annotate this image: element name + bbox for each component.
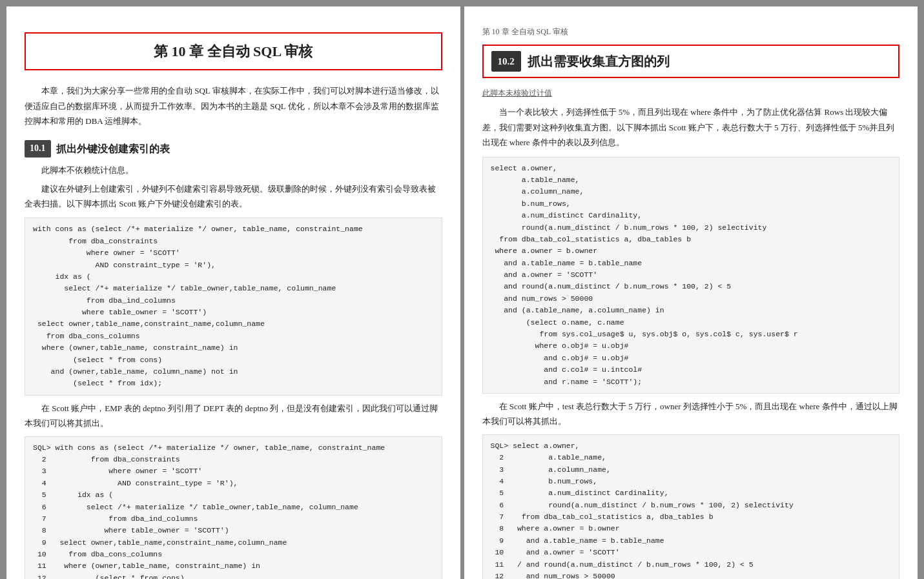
intro2: 当一个表比较大，列选择性低于 5%，而且列出现在 where 条件中，为了防止优…: [482, 105, 900, 150]
result1: 在 Scott 账户中，EMP 表的 deptno 列引用了 DEPT 表的 d…: [25, 401, 442, 431]
code-block-3: select a.owner, a.table_name, a.column_n…: [482, 157, 900, 394]
desc1: 建议在外键列上创建索引，外键列不创建索引容易导致死锁。级联删除的时候，外键列没有…: [25, 181, 442, 212]
left-page: 第 10 章 全自动 SQL 审核 本章，我们为大家分享一些常用的全自动 SQL…: [6, 6, 460, 579]
result2: 在 Scott 账户中，test 表总行数大于 5 万行，owner 列选择性小…: [482, 399, 900, 429]
section2-title: 抓出需要收集直方图的列: [528, 51, 670, 72]
intro-paragraph: 本章，我们为大家分享一些常用的全自动 SQL 审核脚本，在实际工作中，我们可以对…: [25, 83, 442, 128]
chapter-title-left: 第 10 章 全自动 SQL 审核: [25, 32, 442, 70]
code-block-2: SQL> with cons as (select /*+ materializ…: [25, 436, 442, 579]
code-block-1: with cons as (select /*+ materialize */ …: [25, 218, 442, 395]
chapter-mini: 第 10 章 全自动 SQL 审核: [482, 26, 900, 38]
pages-container: 第 10 章 全自动 SQL 审核 本章，我们为大家分享一些常用的全自动 SQL…: [6, 6, 918, 579]
section2-header: 10.2 抓出需要收集直方图的列: [482, 45, 900, 78]
code-block-4: SQL> select a.owner, 2 a.table_name, 3 a…: [482, 434, 900, 579]
right-page: 第 10 章 全自动 SQL 审核 10.2 抓出需要收集直方图的列 此脚本未核…: [464, 6, 918, 579]
section1-num: 10.1: [25, 140, 51, 157]
underline-partial: 此脚本未核验过计值: [482, 87, 900, 99]
section2-num: 10.2: [491, 51, 521, 72]
note1: 此脚本不依赖统计信息。: [25, 164, 442, 178]
section1-title: 抓出外键没创建索引的表: [56, 141, 170, 157]
section1-header: 10.1 抓出外键没创建索引的表: [25, 140, 442, 157]
